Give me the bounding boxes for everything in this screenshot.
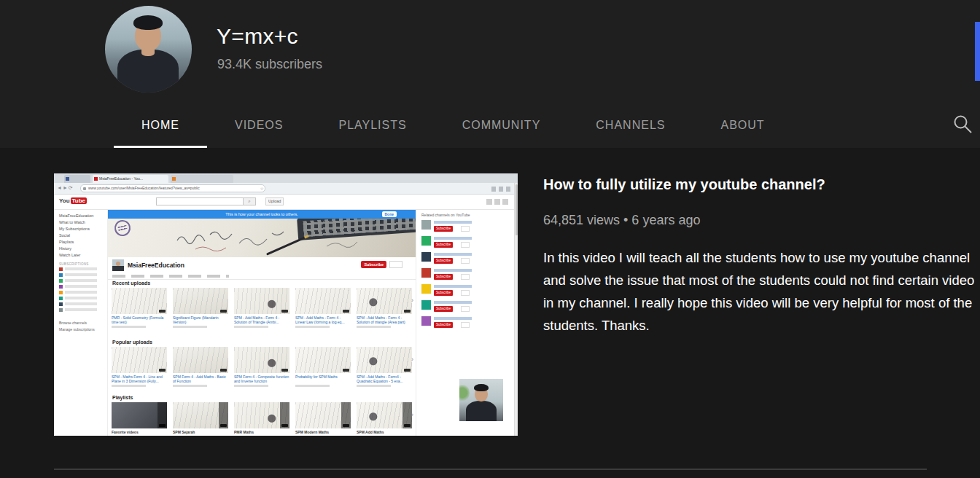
tab-playlists[interactable]: PLAYLISTS <box>311 103 434 148</box>
mini-done-button: Done <box>382 211 397 217</box>
related-count-box <box>461 226 470 232</box>
mini-video-meta-bar <box>173 326 207 328</box>
mini-guide-item: Social <box>59 232 107 239</box>
playlists-row: Favorite videos SPM Sejarah PMR Maths <box>112 402 411 436</box>
logo-you-text: You <box>59 197 70 204</box>
logo-tube-text: Tube <box>71 197 88 204</box>
avatar-person-hair <box>133 15 163 30</box>
channel-name: Y=mx+c <box>217 24 298 49</box>
related-name-bar <box>434 253 472 256</box>
mini-video-thumb <box>357 288 412 314</box>
mini-channel-row: MsiaFreeEducation Subscribe <box>108 257 416 273</box>
avatar-person-collar <box>141 50 155 56</box>
facecam-person-body <box>466 401 497 421</box>
facecam-person-hair <box>474 384 489 391</box>
mini-browser-tab <box>171 175 233 183</box>
related-avatar <box>421 268 431 278</box>
mini-video-thumb <box>173 288 228 314</box>
mini-playlist-title: SPM Modern Maths <box>295 430 351 434</box>
related-count-box <box>461 258 470 264</box>
tab-community[interactable]: COMMUNITY <box>435 103 569 148</box>
recent-uploads-heading: Recent uploads <box>112 281 150 286</box>
mini-channel-banner <box>108 219 416 257</box>
channel-avatar <box>105 6 192 93</box>
mini-video-thumb <box>357 347 412 373</box>
mini-playlist-title: PMR Maths <box>234 430 289 434</box>
youtube-favicon <box>94 177 98 181</box>
mini-guide-item: My Subscriptions <box>59 226 107 232</box>
mini-video: SPM - Add Maths - Form 4 - Linear Law (f… <box>295 288 351 328</box>
facebook-favicon <box>66 177 69 181</box>
video-meta: 64,851 views • 6 years ago <box>543 213 975 228</box>
recent-uploads-row: PMR - Solid Geometry (Formula time test)… <box>112 288 411 328</box>
mini-manage-subscriptions: Manage subscriptions <box>59 326 107 333</box>
tab-about[interactable]: ABOUT <box>693 103 792 148</box>
subscription-name-bars <box>65 267 97 314</box>
mini-video-thumb <box>173 347 228 373</box>
popular-uploads-row: SPM - Maths Form 4 - Line and Plane in 3… <box>112 347 411 387</box>
mini-video-title: Significant Figure (Mandarin Version) <box>173 316 228 324</box>
mini-video-thumb <box>234 288 289 314</box>
tab-home[interactable]: HOME <box>114 103 207 148</box>
mini-notice-text: This is how your channel looks to others… <box>108 210 416 219</box>
channel-tab-bar: HOME VIDEOS PLAYLISTS COMMUNITY CHANNELS… <box>114 103 793 148</box>
related-name-bar <box>434 301 472 304</box>
mini-video-meta-bar <box>295 326 330 328</box>
related-name-bar <box>434 237 472 240</box>
mini-playlist: Favorite videos <box>112 402 167 436</box>
mini-video-title: SPM - Add Maths - Form 4 - Linear Law (f… <box>295 316 351 324</box>
related-channel-row: Subscribe <box>421 235 514 251</box>
mini-browser-active-tab: MsiaFreeEducation - You... <box>93 175 168 183</box>
mini-video: SPM Form 4 - Add Maths - Basic of Functi… <box>173 347 228 387</box>
mini-channel-avatar <box>112 259 124 271</box>
tab-favicon <box>172 177 176 181</box>
handwriting-scribbles <box>108 219 416 257</box>
browser-nav-icons <box>57 185 74 191</box>
browser-toolbar-icons <box>491 187 510 192</box>
mini-guide-item: Watch Later <box>59 252 107 259</box>
mini-browser-tab-title: MsiaFreeEducation - You... <box>99 176 167 181</box>
mini-video-meta-bar <box>173 385 207 387</box>
mini-video: Significant Figure (Mandarin Version) <box>173 288 228 328</box>
related-subscribe-button: Subscribe <box>434 274 453 280</box>
mini-browser-scrollbar <box>514 183 518 436</box>
related-name-bar <box>434 317 472 320</box>
related-subscribe-button: Subscribe <box>434 226 453 232</box>
browser-screenshot: MsiaFreeEducation - You... www.youtube.c… <box>54 173 518 436</box>
related-channels-heading: Related channels on YouTube <box>421 213 514 217</box>
related-count-box <box>461 290 470 296</box>
mini-channel-main: This is how your channel looks to others… <box>108 210 416 436</box>
tab-channels[interactable]: CHANNELS <box>568 103 693 148</box>
tab-videos[interactable]: VIDEOS <box>207 103 311 148</box>
mini-video: SPM - Maths Form 4 - Line and Plane in 3… <box>112 347 167 387</box>
related-subscribe-button: Subscribe <box>434 242 453 248</box>
video-title[interactable]: How to fully utilize my youtube channel? <box>543 175 975 194</box>
related-name-bar <box>434 221 472 224</box>
video-description: In this video I will teach all the stude… <box>543 246 975 337</box>
mini-browser-tabstrip: MsiaFreeEducation - You... <box>54 173 518 183</box>
related-channel-row: Subscribe <box>421 251 514 267</box>
related-name-bar <box>434 269 472 272</box>
mini-search-button <box>243 197 256 205</box>
subscriber-count: 93.4K subscribers <box>217 57 322 72</box>
mini-playlist-thumb <box>357 402 412 428</box>
mini-playlist: SPM Modern Maths <box>295 402 351 436</box>
mini-video-title: SPM - Add Maths - Form 4 - Solution of t… <box>357 316 412 324</box>
popular-uploads-heading: Popular uploads <box>112 340 152 345</box>
mini-video-thumb <box>112 288 167 314</box>
related-channel-row: Subscribe <box>421 283 514 299</box>
mini-video: PMR - Solid Geometry (Formula time test) <box>112 288 167 328</box>
mini-search-field <box>156 197 244 205</box>
mini-browse-channels: Browse channels <box>59 320 107 326</box>
featured-video-thumbnail[interactable]: MsiaFreeEducation - You... www.youtube.c… <box>54 173 518 436</box>
mini-video: SPM - Add Maths - Form 4 - Solution of t… <box>357 288 412 328</box>
mini-channel-tab-bars <box>112 275 229 278</box>
mini-subscriber-count-box <box>389 261 402 268</box>
related-channel-row: Subscribe <box>421 267 514 283</box>
related-avatar <box>421 316 431 326</box>
related-name-bar <box>434 285 472 288</box>
subscription-avatars <box>59 267 63 314</box>
mini-channel-name: MsiaFreeEducation <box>128 262 184 269</box>
mini-yt-header: YouTube Upload <box>54 195 514 210</box>
search-icon[interactable] <box>952 114 973 134</box>
